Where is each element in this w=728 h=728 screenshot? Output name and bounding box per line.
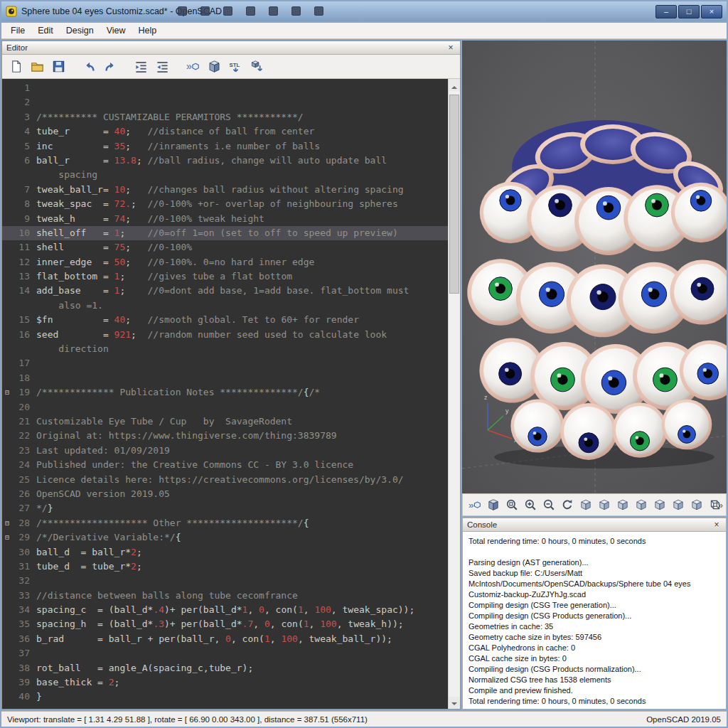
code-text: OpenSCAD version 2019.05 <box>36 487 448 501</box>
gutter-space <box>2 617 12 631</box>
line-number: 23 <box>12 444 36 458</box>
code-line[interactable]: 26OpenSCAD version 2019.05 <box>2 487 448 501</box>
fold-marker-icon[interactable]: ⊟ <box>2 385 12 400</box>
code-line[interactable]: 24Published under: the Creative Commons … <box>2 458 448 472</box>
code-line[interactable]: 25Licence details here: https://creative… <box>2 473 448 487</box>
code-line[interactable]: 38rot_ball = angle_A(spacing_c,tube_r); <box>2 661 448 675</box>
line-number: 30 <box>12 545 36 560</box>
view-diagonal-icon[interactable] <box>689 498 704 513</box>
new-file-icon[interactable] <box>8 59 23 75</box>
code-editor[interactable]: 123/********** CUSTAMIZABLE PERAMITORS *… <box>2 79 460 709</box>
code-line[interactable]: 32 <box>2 574 448 588</box>
console-close-icon[interactable]: × <box>712 520 722 530</box>
code-line[interactable]: 13flat_bottom = 1; //gives tube a flat b… <box>2 269 448 284</box>
code-line[interactable]: direction <box>2 342 448 356</box>
code-line[interactable]: 39base_thick = 2; <box>2 675 448 690</box>
line-number: 3 <box>12 110 36 124</box>
code-line[interactable]: 5inc = 35; //inraments i.e number of bal… <box>2 139 448 154</box>
code-line[interactable]: ⊟28/******************* Other **********… <box>2 516 448 530</box>
code-line[interactable]: 6ball_r = 13.8; //ball radius, change wi… <box>2 154 448 168</box>
fold-marker-icon[interactable]: ⊟ <box>2 530 12 545</box>
code-line[interactable]: 10shell_off = 1; //0=off 1=on (set to of… <box>2 226 448 240</box>
scrollbar-thumb[interactable] <box>449 95 459 294</box>
code-line[interactable]: 2 <box>2 95 448 109</box>
fold-marker-icon[interactable]: ⊟ <box>2 516 12 530</box>
render-icon[interactable] <box>206 59 222 75</box>
code-line[interactable]: 33//distance between balls along tube ce… <box>2 589 448 603</box>
gutter-space <box>2 560 12 574</box>
save-file-icon[interactable] <box>50 59 66 75</box>
code-line[interactable]: 7tweak_ball_r= 10; //changes ball radius… <box>2 183 448 197</box>
code-line[interactable]: 35spacing_h = (ball_d*.3)+ per(ball_d*.7… <box>2 617 448 631</box>
code-line[interactable]: ⊟29/*/Derivative Variable:*/{ <box>2 530 448 545</box>
zoom-all-icon[interactable] <box>504 498 519 513</box>
code-line[interactable]: also =1. <box>2 299 448 313</box>
menu-view[interactable]: View <box>100 23 132 38</box>
code-line[interactable]: 8tweak_spac = 72.; //0-100% +or- overlap… <box>2 197 448 211</box>
code-line[interactable]: 23Last updated: 01/09/2019 <box>2 444 448 458</box>
redo-icon[interactable] <box>102 59 118 75</box>
code-line[interactable]: 17 <box>2 356 448 370</box>
menu-help[interactable]: Help <box>132 23 164 38</box>
editor-title: Editor <box>6 43 28 52</box>
zoom-in-icon[interactable] <box>523 498 537 513</box>
view-top-icon[interactable] <box>596 498 611 513</box>
preview-icon[interactable] <box>185 59 200 75</box>
gutter-space <box>2 690 12 704</box>
editor-close-icon[interactable]: × <box>446 43 456 53</box>
gutter-space <box>2 81 12 95</box>
code-line[interactable]: 1 <box>2 81 448 95</box>
zoom-out-icon[interactable] <box>541 498 556 513</box>
code-line[interactable]: 12inner_edge = 50; //0-100%. 0=no hard i… <box>2 255 448 269</box>
code-line[interactable]: ⊟19/************* Publication Notes ****… <box>2 385 448 400</box>
view-front-icon[interactable] <box>652 498 667 513</box>
unindent-icon[interactable] <box>154 59 170 75</box>
code-line[interactable]: 36b_rad = ball_r + per(ball_r, 0, con(1,… <box>2 632 448 646</box>
scroll-up-icon[interactable] <box>449 79 460 91</box>
minimize-button[interactable]: – <box>655 5 677 18</box>
viewport-3d[interactable]: z x y <box>462 41 727 493</box>
code-line[interactable]: 16seed = 921; //random number seed used … <box>2 328 448 342</box>
code-line[interactable]: 14add_base = 1; //0=dont add base, 1=add… <box>2 284 448 298</box>
code-line[interactable]: 40} <box>2 690 448 704</box>
editor-scrollbar[interactable] <box>448 79 460 709</box>
view-left-icon[interactable] <box>633 498 648 513</box>
view-bottom-icon[interactable] <box>615 498 630 513</box>
scroll-down-icon[interactable] <box>449 697 460 709</box>
toolbar-overflow-icon[interactable]: » <box>718 500 723 510</box>
code-line[interactable]: 18 <box>2 371 448 385</box>
code-line[interactable]: spacing <box>2 168 448 182</box>
code-line[interactable]: 11shell = 75; //0-100% <box>2 240 448 255</box>
line-number: 40 <box>12 690 36 704</box>
menu-file[interactable]: File <box>4 23 31 38</box>
render-icon[interactable] <box>486 498 500 513</box>
code-line[interactable]: 22Original at: https://www.thingiverse.c… <box>2 429 448 443</box>
code-line[interactable]: 15$fn = 40; //smooth global. Tet to 60+ … <box>2 313 448 327</box>
menu-edit[interactable]: Edit <box>31 23 60 38</box>
menu-design[interactable]: Design <box>60 23 100 38</box>
maximize-button[interactable]: □ <box>678 5 700 18</box>
code-line[interactable]: 20 <box>2 400 448 414</box>
code-line[interactable]: 3/********** CUSTAMIZABLE PERAMITORS ***… <box>2 110 448 124</box>
reset-view-icon[interactable] <box>560 498 574 513</box>
code-line[interactable]: 21Customizable Eye Tube / Cup by SavageR… <box>2 414 448 429</box>
code-line[interactable]: 27*/} <box>2 501 448 515</box>
view-right-icon[interactable] <box>578 498 593 513</box>
close-button[interactable]: × <box>701 5 722 18</box>
export-stl-icon[interactable] <box>228 59 243 75</box>
code-line[interactable]: 4tube_r = 40; //distance of ball from ce… <box>2 124 448 139</box>
export-image-icon[interactable] <box>249 59 264 75</box>
line-number: 18 <box>12 371 36 385</box>
code-line[interactable]: 37 <box>2 646 448 660</box>
preview-icon[interactable] <box>467 498 482 513</box>
line-number: 25 <box>12 473 36 487</box>
code-line[interactable]: 30ball_d = ball_r*2; <box>2 545 448 560</box>
code-line[interactable]: 9tweak_h = 74; //0-100% tweak height <box>2 212 448 226</box>
indent-icon[interactable] <box>133 59 149 75</box>
view-back-icon[interactable] <box>670 498 685 513</box>
code-line[interactable]: 31tube_d = tube_r*2; <box>2 560 448 574</box>
3d-model[interactable]: z x y <box>462 41 727 493</box>
open-file-icon[interactable] <box>29 59 45 75</box>
code-line[interactable]: 34spacing_c = (ball_d*.4)+ per(ball_d*1,… <box>2 603 448 617</box>
undo-icon[interactable] <box>81 59 97 75</box>
